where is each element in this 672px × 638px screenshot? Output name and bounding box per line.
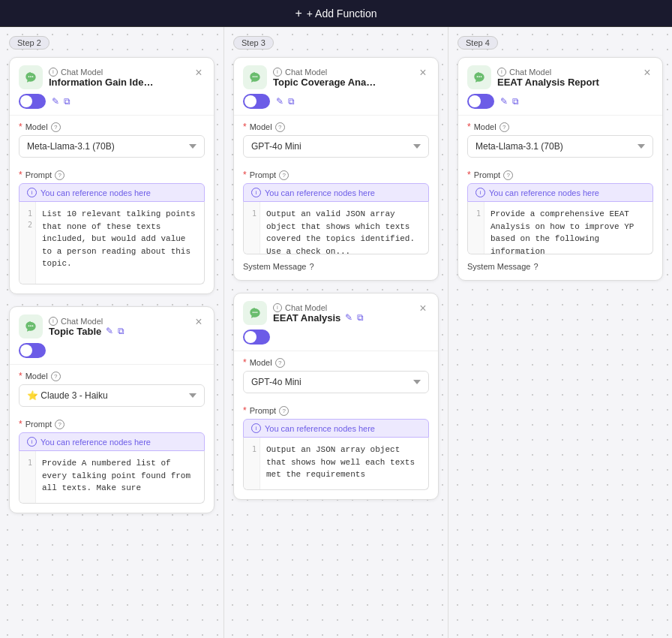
toggle-2[interactable] [19,343,46,358]
prompt-hint-2: i You can reference nodes here [19,432,205,451]
edit-icon-4b[interactable]: ✎ [345,312,352,323]
textarea-wrapper-4: 1 Output an JSON array object that shows… [243,438,429,490]
card-header-5: i Chat Model EEAT Analysis Report × [458,58,662,94]
top-bar-label: + Add Function [307,8,377,20]
chat-model-icon-3 [243,65,267,89]
card-title-area-2: i Chat Model Topic Table ✎ ⧉ [49,317,205,337]
model-select-1[interactable]: Meta-Llama-3.1 (70B) GPT-4o Mini Claude … [19,135,205,158]
edit-icon-2b[interactable]: ✎ [106,326,113,336]
svg-point-2 [30,76,32,77]
copy-icon-3[interactable]: ⧉ [288,96,295,107]
card-information-gain-ideas: i Chat Model Information Gain Ideas × ✎ … [9,57,214,294]
model-help-icon-3: ? [275,122,285,132]
card-type-2: i Chat Model [49,317,205,326]
model-help-icon-5: ? [500,122,509,132]
model-select-5[interactable]: Meta-Llama-3.1 (70B) GPT-4o Mini Claude … [467,135,653,158]
card-controls-5: ✎ ⧉ [458,94,662,115]
svg-point-6 [30,325,32,327]
card-close-5[interactable]: × [640,65,655,80]
sys-msg-help-5: ? [533,262,538,271]
card-close-2[interactable]: × [191,314,206,330]
model-select-3[interactable]: GPT-4o Mini Meta-Llama-3.1 (70B) Claude … [243,135,429,158]
prompt-section-1: * Prompt ? i You can reference nodes her… [19,170,205,284]
card-eeat-analysis: i Chat Model EEAT Analysis ✎ ⧉ × * M [233,293,439,500]
card-body-3: * Model ? GPT-4o Mini Meta-Llama-3.1 (70… [234,115,438,280]
card-name-4: EEAT Analysis [273,312,340,324]
canvas: Step 2 i Chat Model [0,27,672,638]
copy-icon-1[interactable]: ⧉ [64,96,70,107]
svg-point-3 [32,76,34,77]
prompt-section-5: * Prompt ? i You can reference nodes her… [467,170,653,254]
prompt-help-icon-4: ? [279,406,289,416]
card-action-icons-1: ✎ ⧉ [52,96,70,107]
card-topic-coverage: i Chat Model Topic Coverage Analysis × ✎… [233,57,439,281]
textarea-content-1[interactable]: List 10 relevant talking points that non… [36,202,204,284]
card-eeat-report: i Chat Model EEAT Analysis Report × ✎ ⧉ … [458,57,663,281]
line-numbers-5: 1 [468,202,484,254]
card-close-4[interactable]: × [416,301,430,316]
card-header-1: i Chat Model Information Gain Ideas × [10,58,214,94]
edit-icon-1[interactable]: ✎ [52,96,59,107]
prompt-section-4: * Prompt ? i You can reference nodes her… [243,405,429,490]
toggle-1[interactable] [19,94,46,109]
toggle-3[interactable] [243,94,270,109]
toggle-4[interactable] [243,330,270,345]
card-close-1[interactable]: × [191,65,206,80]
textarea-wrapper-5: 1 Provide a comprehensive EEAT Analysis … [467,202,653,254]
info-icon-2: i [49,317,58,326]
model-label-5: * Model ? [467,122,653,132]
svg-point-17 [477,76,478,77]
card-topic-table: i Chat Model Topic Table ✎ ⧉ × * Mod [9,306,214,513]
textarea-content-2[interactable]: Provide A numbered list of every talking… [36,451,204,503]
card-type-5: i Chat Model [497,68,653,77]
prompt-label-3: * Prompt ? [243,170,429,180]
system-msg-label-3: System Message ? [243,262,429,271]
card-title-area-1: i Chat Model Information Gain Ideas [49,68,205,88]
chat-model-icon-5 [467,65,491,89]
top-bar: + + Add Function [0,0,672,27]
prompt-section-3: * Prompt ? i You can reference nodes her… [243,170,429,254]
model-label-2: * Model ? [19,371,205,381]
textarea-content-3[interactable]: Output an valid JSON array object that s… [260,202,428,254]
info-icon-5: i [497,68,506,77]
textarea-content-5[interactable]: Provide a comprehensive EEAT Analysis on… [484,202,652,254]
copy-icon-5[interactable]: ⧉ [512,96,519,107]
prompt-help-icon-1: ? [55,170,64,180]
chat-model-icon-2 [19,314,43,339]
toggle-5[interactable] [467,94,494,109]
prompt-help-icon-3: ? [279,170,289,180]
card-action-icons-5: ✎ ⧉ [500,96,519,107]
card-body-1: * Model ? Meta-Llama-3.1 (70B) GPT-4o Mi… [10,115,214,293]
svg-point-11 [256,76,258,77]
edit-icon-5[interactable]: ✎ [500,96,508,107]
card-action-icons-3: ✎ ⧉ [276,96,295,107]
column-step2: Step 2 i Chat Model [0,27,224,638]
card-body-4: * Model ? GPT-4o Mini Meta-Llama-3.1 (70… [234,351,438,499]
card-close-3[interactable]: × [416,65,430,80]
svg-point-18 [478,76,480,77]
line-numbers-4: 1 [244,438,260,489]
prompt-hint-1: i You can reference nodes here [19,183,205,202]
textarea-wrapper-3: 1 Output an valid JSON array object that… [243,202,429,254]
card-controls-3: ✎ ⧉ [234,94,438,115]
edit-icon-3[interactable]: ✎ [276,96,284,107]
copy-icon-4b[interactable]: ⧉ [357,312,364,323]
prompt-label-4: * Prompt ? [243,405,429,416]
card-title-area-4: i Chat Model EEAT Analysis ✎ ⧉ [273,303,429,324]
prompt-label-2: * Prompt ? [19,419,205,429]
card-title-area-3: i Chat Model Topic Coverage Analysis [273,68,429,88]
card-body-5: * Model ? Meta-Llama-3.1 (70B) GPT-4o Mi… [458,115,662,280]
prompt-hint-4: i You can reference nodes here [243,419,429,438]
model-select-2[interactable]: ⭐ Claude 3 - Haiku GPT-4o Mini Meta-Llam… [19,384,205,407]
sys-msg-help-3: ? [309,262,314,271]
model-select-4[interactable]: GPT-4o Mini Meta-Llama-3.1 (70B) Claude … [243,371,429,393]
svg-point-9 [253,76,254,77]
svg-point-15 [256,311,258,313]
card-name-5: EEAT Analysis Report [497,77,602,88]
prompt-label-1: * Prompt ? [19,170,205,180]
textarea-content-4[interactable]: Output an JSON array object that shows h… [260,438,428,489]
card-header-3: i Chat Model Topic Coverage Analysis × [234,58,438,94]
card-header-2: i Chat Model Topic Table ✎ ⧉ × [10,307,214,343]
model-help-icon-4: ? [275,358,285,368]
copy-icon-2b[interactable]: ⧉ [118,326,124,336]
